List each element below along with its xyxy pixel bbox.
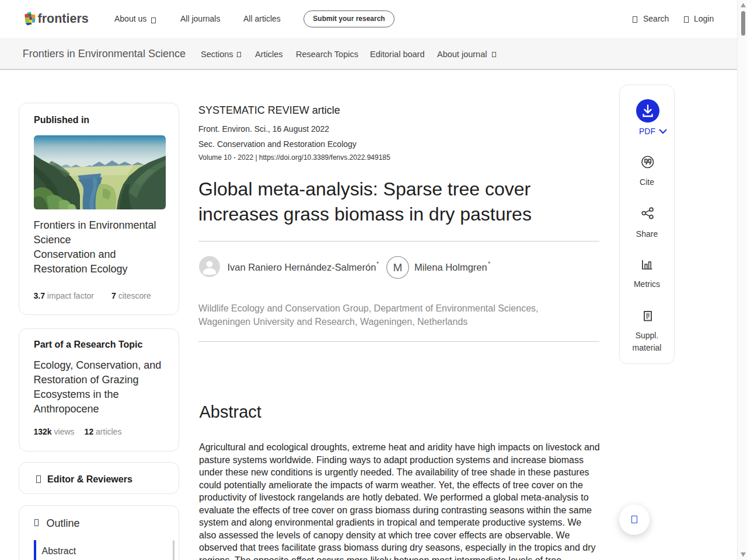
svg-text:M: M [393, 261, 403, 274]
